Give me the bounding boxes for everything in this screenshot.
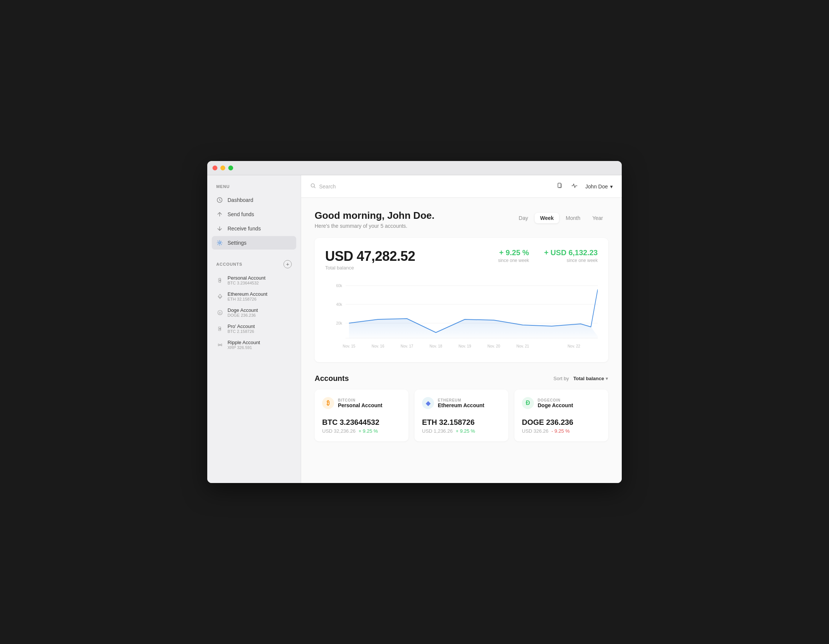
search-icon <box>310 183 316 190</box>
xrp-icon <box>216 341 224 349</box>
sidebar-item-label: Receive funds <box>227 225 261 231</box>
svg-text:Nov. 19: Nov. 19 <box>459 344 471 349</box>
total-balance-label: Total balance <box>325 265 415 271</box>
tab-year[interactable]: Year <box>587 213 608 223</box>
account-sub: ETH 32.158726 <box>227 297 267 301</box>
topbar-actions: John Doe ▾ <box>557 183 613 191</box>
svg-text:Nov. 18: Nov. 18 <box>430 344 442 349</box>
period-tabs: Day Week Month Year <box>514 213 608 223</box>
account-name: Ripple Account <box>227 340 260 345</box>
line-chart: 60k 40k 20k <box>325 278 598 353</box>
svg-marker-4 <box>218 296 222 299</box>
card-crypto-type: DOGECOIN <box>537 398 573 402</box>
account-name: Personal Account <box>227 275 265 281</box>
account-card-doge[interactable]: Ð DOGECOIN Doge Account DOGE 236.236 USD… <box>514 390 608 441</box>
chart-stats-right: + 9.25 % since one week + USD 6,132.23 s… <box>498 249 598 263</box>
usd-change: + USD 6,132.23 <box>544 249 598 257</box>
minimize-button[interactable] <box>221 165 225 170</box>
card-amount: ETH 32.158726 <box>422 418 501 427</box>
card-usd-value: USD 32,236.26 <box>322 428 356 434</box>
titlebar <box>207 161 622 175</box>
svg-text:Nov. 21: Nov. 21 <box>517 344 530 349</box>
topbar: Search John Doe <box>301 175 622 198</box>
search-placeholder: Search <box>319 184 336 189</box>
card-amount: DOGE 236.236 <box>522 418 601 427</box>
svg-text:60k: 60k <box>336 283 342 288</box>
svg-text:20k: 20k <box>336 321 342 326</box>
card-header: ₿ BITCOIN Personal Account <box>322 397 401 409</box>
pct-change-block: + 9.25 % since one week <box>498 249 529 263</box>
account-list: Personal Account BTC 3.23644532 Ethereum… <box>207 272 301 353</box>
list-item[interactable]: Personal Account BTC 3.23644532 <box>212 272 296 288</box>
add-account-button[interactable]: + <box>284 260 292 268</box>
list-item[interactable]: Pro' Account BTC 2.158726 <box>212 321 296 337</box>
sidebar: MENU Dashboard <box>207 175 301 483</box>
device-icon[interactable] <box>557 183 564 191</box>
sidebar-item-settings[interactable]: Settings <box>212 236 296 250</box>
tab-day[interactable]: Day <box>514 213 534 223</box>
tab-week[interactable]: Week <box>535 213 559 223</box>
app-window: MENU Dashboard <box>207 161 622 483</box>
clock-icon <box>216 197 223 203</box>
card-crypto-type: BITCOIN <box>338 398 383 402</box>
greeting-block: Good morning, John Doe. Here's the summa… <box>315 210 434 229</box>
greeting-title: Good morning, John Doe. <box>315 210 434 221</box>
chart-stats: USD 47,282.52 Total balance + 9.25 % sin… <box>325 249 598 271</box>
svg-text:Nov. 17: Nov. 17 <box>400 344 413 349</box>
card-crypto-name: Personal Account <box>338 402 383 408</box>
balance-block: USD 47,282.52 Total balance <box>325 249 415 271</box>
sidebar-item-label: Dashboard <box>227 197 254 203</box>
search-area[interactable]: Search <box>310 183 551 190</box>
card-change-negative: - 9.25 % <box>552 428 570 434</box>
close-button[interactable] <box>213 165 217 170</box>
doge-icon: Ð <box>216 309 224 316</box>
account-name: Ethereum Account <box>227 291 267 297</box>
eth-icon <box>216 293 224 300</box>
card-usd: USD 326.26 - 9.25 % <box>522 428 601 434</box>
maximize-button[interactable] <box>228 165 233 170</box>
greeting-row: Good morning, John Doe. Here's the summa… <box>315 210 608 229</box>
dogecoin-icon: Ð <box>522 397 534 409</box>
list-item[interactable]: Ethereum Account ETH 32.158726 <box>212 288 296 304</box>
main-content: Good morning, John Doe. Here's the summa… <box>301 198 622 483</box>
svg-text:Nov. 22: Nov. 22 <box>568 344 580 349</box>
svg-text:Nov. 20: Nov. 20 <box>487 344 500 349</box>
list-item[interactable]: Ð Doge Account DOGE 236.236 <box>212 304 296 321</box>
svg-point-1 <box>219 242 221 244</box>
accounts-section-title: Accounts <box>315 374 349 383</box>
account-card-eth[interactable]: ◆ ETHEREUM Ethereum Account ETH 32.15872… <box>414 390 508 441</box>
activity-icon[interactable] <box>571 183 578 191</box>
greeting-subtitle: Here's the summary of your 5 accounts. <box>315 223 434 229</box>
account-card-btc[interactable]: ₿ BITCOIN Personal Account BTC 3.2364453… <box>315 390 408 441</box>
btc2-icon <box>216 325 224 332</box>
menu-label: MENU <box>207 184 301 193</box>
svg-text:Nov. 15: Nov. 15 <box>343 344 356 349</box>
main-area: Search John Doe <box>301 175 622 483</box>
sidebar-item-label: Send funds <box>227 211 254 217</box>
account-name: Pro' Account <box>227 323 255 329</box>
svg-text:40k: 40k <box>336 302 342 307</box>
account-sub: BTC 2.158726 <box>227 329 255 334</box>
account-cards: ₿ BITCOIN Personal Account BTC 3.2364453… <box>315 390 608 441</box>
sidebar-item-send[interactable]: Send funds <box>212 208 296 221</box>
account-sub: BTC 3.23644532 <box>227 281 265 285</box>
card-usd: USD 32,236.26 + 9.25 % <box>322 428 401 434</box>
bitcoin-icon: ₿ <box>322 397 334 409</box>
accounts-section-header: ACCOUNTS + <box>207 253 301 272</box>
card-amount: BTC 3.23644532 <box>322 418 401 427</box>
card-change-positive: + 9.25 % <box>456 428 475 434</box>
user-menu[interactable]: John Doe ▾ <box>585 184 613 189</box>
sort-control[interactable]: Sort by Total balance ▾ <box>553 376 608 381</box>
chevron-down-icon: ▾ <box>610 184 613 189</box>
card-usd-value: USD 326.26 <box>522 428 548 434</box>
list-item[interactable]: Ripple Account XRP 326.591 <box>212 337 296 353</box>
tab-month[interactable]: Month <box>561 213 586 223</box>
sidebar-item-dashboard[interactable]: Dashboard <box>212 193 296 207</box>
ethereum-icon: ◆ <box>422 397 434 409</box>
accounts-label: ACCOUNTS <box>216 262 242 266</box>
sort-label: Sort by <box>553 376 569 381</box>
sidebar-item-receive[interactable]: Receive funds <box>212 222 296 235</box>
gear-icon <box>216 239 223 246</box>
total-balance: USD 47,282.52 <box>325 249 415 264</box>
card-usd-value: USD 1,236.26 <box>422 428 453 434</box>
